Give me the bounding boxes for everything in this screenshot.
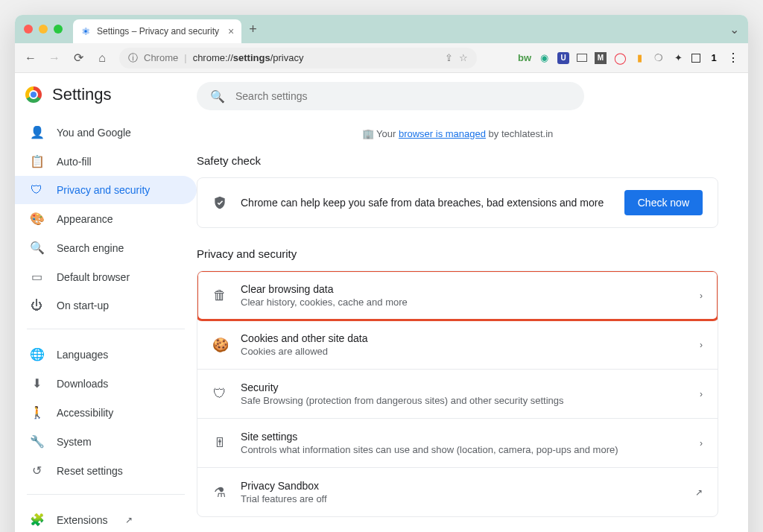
sidebar-item-privacy-and-security[interactable]: 🛡Privacy and security xyxy=(15,176,197,204)
close-window-button[interactable] xyxy=(24,25,33,34)
row-subtitle: Cookies are allowed xyxy=(241,346,686,357)
row-subtitle: Clear history, cookies, cache and more xyxy=(241,297,686,308)
sidebar-item-reset-settings[interactable]: ↺Reset settings xyxy=(15,456,197,485)
shield-icon: 🛡 xyxy=(30,183,43,197)
back-button[interactable]: ← xyxy=(24,51,37,65)
browser-icon: ▭ xyxy=(30,270,43,284)
sidebar-item-search-engine[interactable]: 🔍Search engine xyxy=(15,233,197,262)
privacy-row-cookies-and-other-site-data[interactable]: 🍪Cookies and other site dataCookies are … xyxy=(197,320,718,369)
privacy-row-clear-browsing-data[interactable]: 🗑Clear browsing dataClear history, cooki… xyxy=(197,271,718,320)
share-icon[interactable]: ⇪ xyxy=(445,52,453,63)
ext-icon[interactable]: ◉ xyxy=(538,52,550,64)
row-title: Clear browsing data xyxy=(241,283,686,295)
settings-search[interactable]: 🔍 xyxy=(197,82,584,110)
sidebar-item-auto-fill[interactable]: 📋Auto-fill xyxy=(15,147,197,176)
privacy-heading: Privacy and security xyxy=(197,247,718,260)
row-subtitle: Safe Browsing (protection from dangerous… xyxy=(241,395,686,406)
home-button[interactable]: ⌂ xyxy=(95,51,109,65)
sidebar-item-label: Default browser xyxy=(57,271,130,283)
ext-icon[interactable]: ▮ xyxy=(633,52,645,64)
privacy-row-security[interactable]: 🛡SecuritySafe Browsing (protection from … xyxy=(197,369,718,418)
forward-button[interactable]: → xyxy=(48,51,61,65)
chevron-right-icon: › xyxy=(700,389,703,399)
sidebar: Settings 👤You and Google📋Auto-fill🛡Priva… xyxy=(15,73,197,532)
maximize-window-button[interactable] xyxy=(54,25,63,34)
new-tab-button[interactable]: + xyxy=(249,22,257,37)
row-title: Privacy Sandbox xyxy=(241,480,682,492)
sidebar-item-appearance[interactable]: 🎨Appearance xyxy=(15,204,197,233)
privacy-card: 🗑Clear browsing dataClear history, cooki… xyxy=(197,270,718,517)
minimize-window-button[interactable] xyxy=(39,25,48,34)
managed-link[interactable]: browser is managed xyxy=(399,128,486,139)
titlebar: Settings – Privacy and security × + ⌄ xyxy=(15,15,748,43)
accessibility-icon: 🚶 xyxy=(30,405,43,419)
toolbar: ← → ⟳ ⌂ ⓘ Chrome | chrome://settings/pri… xyxy=(15,43,748,73)
tabs-dropdown-icon[interactable]: ⌄ xyxy=(729,22,739,37)
row-title: Security xyxy=(241,381,686,393)
shield-check-icon xyxy=(212,195,227,210)
sidebar-item-accessibility[interactable]: 🚶Accessibility xyxy=(15,398,197,427)
ext-icon[interactable] xyxy=(691,54,700,63)
close-tab-icon[interactable]: × xyxy=(228,25,234,37)
sidebar-item-languages[interactable]: 🌐Languages xyxy=(15,340,197,369)
globe-icon: 🌐 xyxy=(30,347,43,361)
puzzle-icon: 🧩 xyxy=(30,513,43,527)
ext-icon[interactable]: 1 xyxy=(708,52,720,64)
url-path: chrome://settings/privacy xyxy=(193,52,304,63)
cookie-icon: 🍪 xyxy=(212,337,227,353)
privacy-row-privacy-sandbox[interactable]: ⚗Privacy SandboxTrial features are off↗ xyxy=(197,467,718,516)
sidebar-item-label: Extensions xyxy=(57,514,107,526)
chevron-right-icon: › xyxy=(700,340,703,350)
sidebar-item-label: You and Google xyxy=(57,127,131,139)
ext-icon[interactable]: ◯ xyxy=(614,52,626,64)
browser-tab[interactable]: Settings – Privacy and security × xyxy=(73,19,241,43)
search-input[interactable] xyxy=(235,90,571,102)
sidebar-item-label: Languages xyxy=(57,349,108,361)
sidebar-item-label: System xyxy=(57,436,92,448)
palette-icon: 🎨 xyxy=(30,212,43,226)
gear-icon xyxy=(80,26,91,37)
wrench-icon: 🔧 xyxy=(30,434,43,449)
sidebar-item-label: Privacy and security xyxy=(57,184,150,196)
check-now-button[interactable]: Check now xyxy=(624,190,703,215)
bookmark-icon[interactable]: ☆ xyxy=(459,52,468,63)
privacy-row-site-settings[interactable]: 🎚Site settingsControls what information … xyxy=(197,418,718,467)
browser-window: Settings – Privacy and security × + ⌄ ← … xyxy=(15,15,748,532)
sidebar-item-on-start-up[interactable]: ⏻On start-up xyxy=(15,291,197,320)
sidebar-item-extensions[interactable]: 🧩Extensions↗ xyxy=(15,505,197,532)
sliders-icon: 🎚 xyxy=(212,435,227,451)
search-icon: 🔍 xyxy=(30,241,43,255)
sidebar-item-label: Reset settings xyxy=(57,465,123,477)
autofill-icon: 📋 xyxy=(30,154,43,168)
shield2-icon: 🛡 xyxy=(212,386,227,402)
search-icon: 🔍 xyxy=(210,89,225,104)
ext-icon[interactable]: bw xyxy=(519,52,531,64)
ext-icon[interactable]: U xyxy=(557,52,569,64)
chevron-right-icon: ↗ xyxy=(695,487,703,498)
row-title: Cookies and other site data xyxy=(241,332,686,344)
address-bar[interactable]: ⓘ Chrome | chrome://settings/privacy ⇪ ☆ xyxy=(119,48,477,69)
chrome-logo-icon xyxy=(25,86,42,103)
ext-icon[interactable]: ❍ xyxy=(653,52,665,64)
ext-icon[interactable]: M xyxy=(595,52,607,64)
safety-check-heading: Safety check xyxy=(197,154,718,167)
sidebar-item-label: Downloads xyxy=(57,378,108,390)
url-origin: Chrome xyxy=(144,52,178,63)
sidebar-item-label: Auto-fill xyxy=(57,156,92,168)
row-subtitle: Controls what information sites can use … xyxy=(241,444,686,455)
window-controls xyxy=(24,25,63,34)
extensions-button[interactable]: ✦ xyxy=(672,52,684,64)
sidebar-item-you-and-google[interactable]: 👤You and Google xyxy=(15,118,197,147)
reload-button[interactable]: ⟳ xyxy=(72,51,85,65)
flask-icon: ⚗ xyxy=(212,484,227,501)
chrome-menu-button[interactable]: ⋮ xyxy=(727,52,739,64)
reset-icon: ↺ xyxy=(30,463,43,478)
site-info-icon[interactable]: ⓘ xyxy=(128,51,138,65)
ext-icon[interactable] xyxy=(577,54,587,62)
sidebar-item-system[interactable]: 🔧System xyxy=(15,427,197,456)
sidebar-item-default-browser[interactable]: ▭Default browser xyxy=(15,262,197,291)
building-icon: 🏢 xyxy=(362,128,374,139)
safety-check-text: Chrome can help keep you safe from data … xyxy=(241,197,611,209)
sidebar-item-downloads[interactable]: ⬇Downloads xyxy=(15,369,197,398)
chevron-right-icon: › xyxy=(700,291,703,301)
